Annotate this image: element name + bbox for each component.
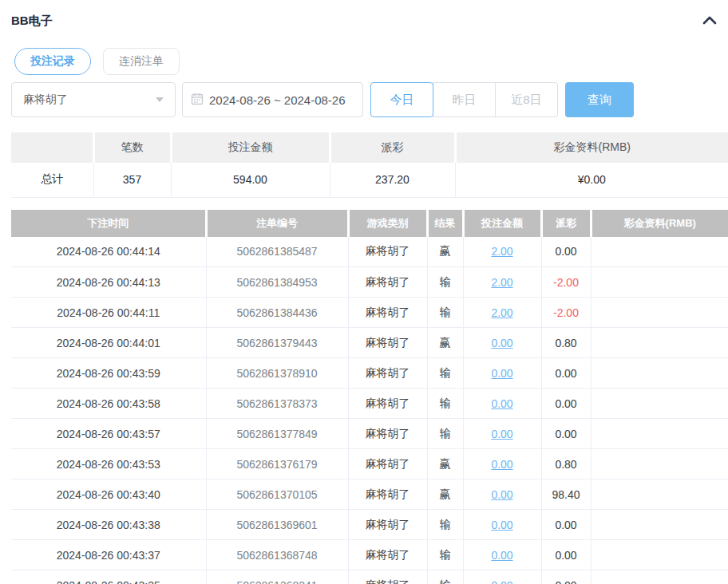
bet-amount: 2.00 (463, 298, 541, 328)
bet-time: 2024-08-26 00:43:37 (11, 540, 206, 570)
bet-amount: 0.00 (463, 510, 541, 540)
summary-bet-amount: 594.00 (171, 163, 330, 197)
date-range-value: 2024-08-26 ~ 2024-08-26 (209, 93, 346, 107)
bet-amount-link[interactable]: 0.00 (491, 549, 512, 562)
result: 输 (427, 267, 463, 298)
table-row: 2024-08-26 00:43:595062861378910麻将胡了输0.0… (11, 358, 728, 389)
payout: 98.40 (541, 479, 591, 510)
column-header: 投注金额 (463, 210, 541, 237)
table-row: 2024-08-26 00:44:115062861384436麻将胡了输2.0… (11, 298, 728, 328)
game-type: 麻将胡了 (348, 510, 427, 540)
date-range-picker[interactable]: 2024-08-26 ~ 2024-08-26 (182, 82, 363, 117)
bet-amount-link[interactable]: 0.00 (491, 579, 512, 584)
result: 输 (427, 358, 463, 389)
query-button[interactable]: 查询 (565, 82, 634, 117)
bet-amount-link[interactable]: 0.00 (491, 367, 512, 380)
payout: 0.80 (541, 449, 591, 479)
bet-table-body: 2024-08-26 00:44:145062861385487麻将胡了赢2.0… (11, 237, 728, 584)
result: 输 (427, 419, 463, 449)
last-8-days-button[interactable]: 近8日 (495, 82, 558, 117)
game-type: 麻将胡了 (348, 328, 427, 358)
bonus (591, 328, 728, 358)
column-header (11, 132, 93, 163)
order-number: 5062861379443 (206, 328, 348, 358)
panel-title: BB电子 (11, 14, 53, 29)
collapse-panel-button[interactable] (701, 12, 718, 30)
bonus (591, 510, 728, 540)
bonus (591, 358, 728, 389)
bet-amount-link[interactable]: 2.00 (491, 276, 512, 289)
chevron-up-icon (702, 15, 717, 27)
chevron-down-icon (156, 97, 164, 102)
result: 赢 (427, 328, 463, 358)
order-number: 5062861368241 (206, 570, 348, 584)
bet-amount-link[interactable]: 0.00 (491, 397, 512, 410)
yesterday-button[interactable]: 昨日 (433, 82, 496, 117)
bonus (591, 570, 728, 584)
column-header: 彩金资料(RMB) (591, 210, 728, 237)
result: 赢 (427, 237, 463, 267)
bet-amount-link[interactable]: 0.00 (491, 337, 512, 349)
summary-total-row: 总计 357 594.00 237.20 ¥0.00 (11, 163, 728, 197)
column-header: 下注时间 (11, 210, 206, 237)
bet-amount-link[interactable]: 0.00 (491, 458, 512, 471)
result: 输 (427, 510, 463, 540)
table-row: 2024-08-26 00:43:405062861370105麻将胡了赢0.0… (11, 479, 728, 510)
payout: 0.00 (541, 358, 591, 389)
payout: 0.00 (541, 419, 591, 449)
order-number: 5062861385487 (206, 237, 348, 267)
bet-amount: 0.00 (463, 328, 541, 358)
result: 赢 (427, 479, 463, 510)
column-header: 彩金资料(RMB) (455, 132, 728, 163)
order-number: 5062861384953 (206, 267, 348, 298)
bet-amount-link[interactable]: 0.00 (491, 519, 512, 531)
bet-amount-link[interactable]: 2.00 (491, 306, 512, 319)
bet-time: 2024-08-26 00:43:57 (11, 419, 206, 449)
bet-amount: 0.00 (463, 570, 541, 584)
summary-total-label: 总计 (11, 163, 93, 197)
bonus (591, 419, 728, 449)
filter-toolbar: 麻将胡了 2024-08-26 ~ 2024-08-26 今日 昨日 近8日 查… (11, 82, 728, 117)
payout: 0.00 (541, 510, 591, 540)
game-select[interactable]: 麻将胡了 (11, 82, 176, 117)
bet-records-table: 下注时间注单编号游戏类别结果投注金额派彩彩金资料(RMB) 2024-08-26… (11, 210, 728, 584)
panel-header: BB电子 (11, 11, 728, 30)
table-row: 2024-08-26 00:43:585062861378373麻将胡了输0.0… (11, 389, 728, 419)
column-header: 投注金额 (171, 132, 330, 163)
game-type: 麻将胡了 (348, 479, 427, 510)
payout: -2.00 (541, 267, 591, 298)
bet-time: 2024-08-26 00:44:14 (11, 237, 206, 267)
column-header: 派彩 (541, 210, 591, 237)
bet-time: 2024-08-26 00:43:58 (11, 389, 206, 419)
tab-bet-records[interactable]: 投注记录 (14, 48, 91, 75)
column-header: 派彩 (330, 132, 455, 163)
column-header: 游戏类别 (348, 210, 427, 237)
bet-amount: 0.00 (463, 479, 541, 510)
game-type: 麻将胡了 (348, 237, 427, 267)
payout: -2.00 (541, 298, 591, 328)
summary-payout: 237.20 (330, 163, 455, 197)
column-header: 笔数 (93, 132, 171, 163)
bet-time: 2024-08-26 00:43:38 (11, 510, 206, 540)
game-type: 麻将胡了 (348, 389, 427, 419)
bet-amount-link[interactable]: 0.00 (491, 428, 512, 440)
order-number: 5062861384436 (206, 298, 348, 328)
payout: 0.00 (541, 540, 591, 570)
game-type: 麻将胡了 (348, 267, 427, 298)
tab-cancelled-orders[interactable]: 连消注单 (103, 48, 180, 75)
bet-amount-link[interactable]: 0.00 (491, 488, 512, 501)
payout: 0.00 (541, 389, 591, 419)
bonus (591, 237, 728, 267)
today-button[interactable]: 今日 (370, 82, 433, 117)
column-header: 注单编号 (206, 210, 348, 237)
game-type: 麻将胡了 (348, 358, 427, 389)
bet-amount: 0.00 (463, 419, 541, 449)
payout: 0.80 (541, 328, 591, 358)
bet-amount: 0.00 (463, 540, 541, 570)
order-number: 5062861377849 (206, 419, 348, 449)
bet-amount-link[interactable]: 2.00 (491, 245, 512, 258)
result: 输 (427, 540, 463, 570)
summary-count: 357 (93, 163, 171, 197)
bonus (591, 267, 728, 298)
bonus (591, 389, 728, 419)
